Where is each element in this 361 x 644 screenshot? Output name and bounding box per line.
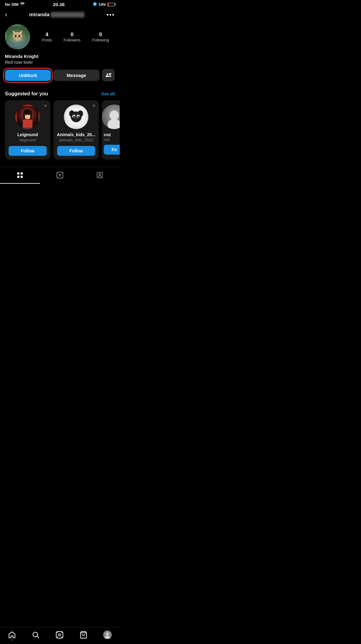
svg-rect-46 bbox=[21, 176, 23, 178]
suggested-card-3-partial: coz coz Fo bbox=[102, 100, 120, 159]
posts-count: 4 bbox=[45, 32, 48, 38]
svg-point-41 bbox=[110, 110, 119, 120]
tab-reels[interactable] bbox=[40, 167, 80, 184]
wifi-icon bbox=[20, 2, 25, 7]
battery-percentage: 14% bbox=[99, 2, 106, 7]
mic-icon bbox=[93, 2, 97, 7]
unblock-button[interactable]: Unblock bbox=[5, 70, 51, 81]
stat-following[interactable]: 0 Following bbox=[92, 32, 109, 42]
add-friend-button[interactable] bbox=[102, 69, 115, 81]
profile-bio: Red rose lover bbox=[5, 60, 115, 65]
svg-rect-45 bbox=[17, 176, 19, 178]
reels-icon bbox=[56, 171, 64, 179]
status-left: No SIM bbox=[5, 2, 25, 7]
card-2-avatar-image bbox=[64, 105, 88, 129]
suggested-scroll: ✕ bbox=[0, 100, 120, 164]
status-right: 14% bbox=[93, 2, 115, 7]
follow-card-2-button[interactable]: Follow bbox=[57, 146, 95, 156]
stat-followers[interactable]: 0 Followers bbox=[64, 32, 81, 42]
nav-username: miranda bbox=[29, 12, 49, 18]
profile-name: Miranda Knight bbox=[5, 54, 115, 59]
svg-rect-17 bbox=[7, 42, 28, 48]
card-2-name: Animals_kids_20... bbox=[57, 132, 95, 137]
svg-point-24 bbox=[25, 114, 27, 115]
svg-point-37 bbox=[78, 116, 79, 117]
tab-tagged[interactable] bbox=[80, 167, 120, 184]
status-bar: No SIM 20.38 14% bbox=[0, 0, 120, 8]
empty-grid bbox=[0, 184, 120, 239]
nav-username-blur bbox=[51, 12, 84, 17]
card-2-username: animals_kids_2022 bbox=[59, 138, 93, 142]
card-2-avatar bbox=[64, 105, 88, 129]
svg-point-38 bbox=[75, 118, 78, 120]
close-card-2-button[interactable]: ✕ bbox=[92, 103, 96, 108]
svg-rect-26 bbox=[23, 120, 33, 128]
svg-point-25 bbox=[29, 114, 30, 115]
svg-rect-43 bbox=[17, 172, 19, 174]
svg-point-12 bbox=[17, 37, 18, 38]
followers-label: Followers bbox=[64, 38, 81, 42]
svg-point-49 bbox=[57, 173, 58, 174]
nav-title: miranda bbox=[29, 12, 84, 18]
see-all-button[interactable]: See all bbox=[101, 91, 115, 96]
tab-grid[interactable] bbox=[0, 167, 40, 184]
following-label: Following bbox=[92, 38, 109, 42]
suggested-card-1: ✕ bbox=[5, 100, 50, 159]
content-tabs bbox=[0, 167, 120, 184]
back-button[interactable]: ‹ bbox=[5, 11, 7, 19]
profile-section: 4 Posts 0 Followers 0 Following Miranda … bbox=[0, 21, 120, 91]
svg-point-52 bbox=[62, 177, 63, 178]
card-1-avatar-image bbox=[15, 105, 40, 129]
suggested-title: Suggested for you bbox=[5, 91, 48, 97]
more-options-button[interactable]: ••• bbox=[107, 11, 115, 18]
grid-icon bbox=[16, 171, 24, 179]
svg-point-51 bbox=[57, 177, 58, 178]
message-button[interactable]: Message bbox=[53, 70, 99, 81]
tagged-icon bbox=[96, 171, 103, 179]
followers-count: 0 bbox=[71, 32, 73, 38]
avatar-image bbox=[5, 24, 30, 49]
stat-posts: 4 Posts bbox=[42, 32, 52, 42]
suggested-header: Suggested for you See all bbox=[0, 91, 120, 100]
card-1-username: leigmund bbox=[20, 138, 36, 142]
follow-card-1-button[interactable]: Follow bbox=[9, 146, 47, 156]
stats-row: 4 Posts 0 Followers 0 Following bbox=[36, 32, 115, 42]
svg-point-48 bbox=[59, 174, 61, 176]
posts-label: Posts bbox=[42, 38, 52, 42]
suggested-card-2: ✕ bbox=[53, 100, 99, 159]
following-count: 0 bbox=[99, 32, 102, 38]
navigation-bar: ‹ miranda ••• bbox=[0, 8, 120, 21]
svg-point-54 bbox=[99, 174, 101, 175]
svg-rect-44 bbox=[21, 172, 23, 174]
card-1-name: Leigmund bbox=[17, 132, 38, 137]
svg-point-10 bbox=[15, 35, 16, 37]
carrier-label: No SIM bbox=[5, 2, 18, 7]
status-time: 20.38 bbox=[53, 2, 65, 7]
avatar bbox=[5, 24, 30, 49]
card-3-username: coz bbox=[102, 137, 112, 142]
card-3-name: coz bbox=[102, 132, 113, 137]
card-1-avatar bbox=[15, 105, 40, 129]
action-buttons: Unblock Message bbox=[5, 69, 115, 81]
follow-card-3-button[interactable]: Fo bbox=[104, 145, 120, 155]
profile-top: 4 Posts 0 Followers 0 Following bbox=[5, 24, 115, 49]
battery-icon bbox=[107, 3, 115, 6]
svg-point-36 bbox=[74, 116, 75, 117]
close-card-1-button[interactable]: ✕ bbox=[44, 103, 47, 108]
svg-point-50 bbox=[62, 173, 63, 174]
svg-point-11 bbox=[19, 35, 20, 37]
